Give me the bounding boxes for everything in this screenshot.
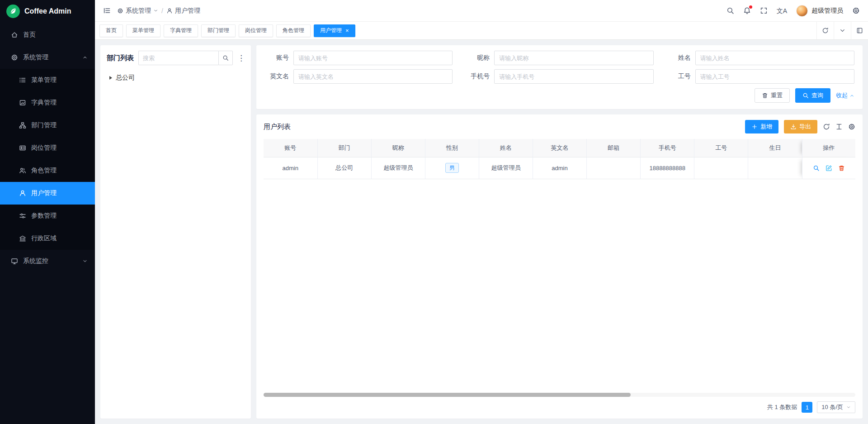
tab-user-management[interactable]: 用户管理 ×: [314, 24, 355, 37]
tree-node-head-office[interactable]: 总公司: [108, 71, 244, 84]
tab-label: 字典管理: [170, 27, 192, 34]
table-empty-area: [264, 179, 855, 390]
app-logo[interactable]: Coffee Admin: [0, 0, 95, 23]
job-number-input[interactable]: [695, 69, 854, 84]
view-user-icon[interactable]: [813, 165, 820, 172]
sidebar-item-role-management[interactable]: 角色管理: [0, 159, 95, 182]
user-icon: [166, 8, 173, 14]
department-more-menu-icon[interactable]: ⋮: [237, 54, 245, 62]
sidebar-item-post-management[interactable]: 岗位管理: [0, 137, 95, 159]
sidebar-item-dict-management[interactable]: 字典管理: [0, 91, 95, 114]
nickname-input[interactable]: [494, 51, 653, 65]
tree-node-label: 总公司: [116, 74, 135, 82]
tab-close-icon[interactable]: ×: [345, 28, 349, 33]
field-label: 账号: [264, 54, 293, 62]
user-menu[interactable]: 超级管理员: [796, 5, 843, 17]
page-size-select[interactable]: 10 条/页: [817, 401, 855, 413]
settings-gear-icon[interactable]: [852, 7, 860, 14]
sidebar-item-param-management[interactable]: 参数管理: [0, 205, 95, 227]
translate-icon[interactable]: 文A: [777, 8, 787, 14]
breadcrumb-separator: /: [161, 7, 163, 14]
english-name-input[interactable]: [293, 69, 453, 84]
reset-button-label: 重置: [771, 91, 783, 100]
department-search-button[interactable]: [218, 51, 233, 65]
sidebar-item-home[interactable]: 首页: [0, 24, 95, 46]
tab-options-chevron-icon[interactable]: [834, 22, 851, 39]
tab-post-management[interactable]: 岗位管理: [239, 24, 273, 37]
field-label: 昵称: [465, 54, 494, 62]
chevron-up-icon: [849, 93, 854, 98]
sidebar-item-menu-management[interactable]: 菜单管理: [0, 69, 95, 91]
pagination-total: 共 1 条数据: [767, 403, 797, 411]
phone-input[interactable]: [494, 69, 653, 84]
sidebar-item-system-management[interactable]: 系统管理: [0, 46, 95, 69]
sidebar-item-user-management[interactable]: 用户管理: [0, 182, 95, 205]
search-icon[interactable]: [726, 7, 734, 14]
tab-menu-management[interactable]: 菜单管理: [126, 24, 160, 37]
reset-button[interactable]: 重置: [755, 88, 790, 103]
user-icon: [19, 190, 26, 197]
sidebar-item-label: 用户管理: [31, 189, 57, 197]
sidebar-collapse-button[interactable]: [103, 7, 111, 14]
field-label: 姓名: [666, 54, 695, 62]
query-button[interactable]: 查询: [795, 88, 830, 103]
search-fields-grid: 账号 昵称 姓名 英文名: [264, 51, 854, 84]
users-table: 账号 部门 昵称 性别 姓名 英文名 邮箱 手机号 工号 生日 操作: [264, 139, 855, 179]
breadcrumb-item-system-management[interactable]: 系统管理: [117, 7, 158, 15]
sidebar-item-label: 系统监控: [23, 257, 48, 265]
column-settings-gear-icon[interactable]: [848, 123, 855, 130]
sidebar-item-admin-region[interactable]: 行政区域: [0, 227, 95, 250]
sidebar-item-dept-management[interactable]: 部门管理: [0, 114, 95, 137]
sidebar-item-system-monitor[interactable]: 系统监控: [0, 250, 95, 272]
sidebar-item-label: 系统管理: [23, 53, 48, 62]
tab-dept-management[interactable]: 部门管理: [201, 24, 236, 37]
table-refresh-icon[interactable]: [823, 123, 830, 130]
table-row[interactable]: admin 总公司 超级管理员 男 超级管理员 admin 1888888888…: [264, 157, 855, 179]
refresh-icon[interactable]: [816, 22, 834, 39]
search-form-actions: 重置 查询 收起: [264, 88, 854, 103]
notification-bell-icon[interactable]: [743, 7, 751, 14]
department-panel-header: 部门列表 ⋮: [107, 51, 245, 65]
tab-bar: 首页 菜单管理 字典管理 部门管理 岗位管理 角色管理 用户管理 ×: [95, 22, 868, 40]
account-input[interactable]: [293, 51, 453, 65]
collapse-form-link[interactable]: 收起: [836, 91, 854, 100]
tab-home[interactable]: 首页: [99, 24, 123, 37]
tab-label: 菜单管理: [132, 27, 154, 34]
collapse-link-label: 收起: [836, 91, 848, 100]
add-user-button[interactable]: 新增: [745, 120, 778, 133]
tree-expand-caret-icon[interactable]: [109, 76, 112, 80]
column-header-birthday: 生日: [748, 139, 802, 157]
department-search-group: [138, 51, 233, 65]
table-header-row: 账号 部门 昵称 性别 姓名 英文名 邮箱 手机号 工号 生日 操作: [264, 139, 855, 157]
query-button-label: 查询: [811, 91, 823, 100]
edit-user-icon[interactable]: [826, 165, 832, 172]
breadcrumb-label: 系统管理: [126, 7, 151, 15]
export-button[interactable]: 导出: [784, 120, 817, 133]
cell-english-name: admin: [533, 157, 586, 179]
sidebar-item-label: 参数管理: [31, 212, 57, 220]
table-density-icon[interactable]: [835, 123, 843, 130]
department-search-input[interactable]: [138, 51, 218, 65]
breadcrumb-item-user-management[interactable]: 用户管理: [166, 7, 200, 15]
tab-dict-management[interactable]: 字典管理: [164, 24, 198, 37]
download-icon: [790, 124, 797, 130]
scrollbar-thumb[interactable]: [264, 393, 631, 397]
name-input[interactable]: [695, 51, 854, 65]
current-username: 超级管理员: [811, 7, 843, 15]
fullscreen-icon[interactable]: [760, 7, 768, 14]
header-actions: 文A 超级管理员: [726, 5, 860, 17]
user-list-header: 用户列表 新增 导出: [264, 120, 855, 133]
sidebar-item-label: 首页: [23, 31, 36, 39]
user-list-actions: 新增 导出: [745, 120, 855, 133]
department-tree: 总公司: [107, 71, 245, 85]
tab-label: 首页: [106, 27, 117, 34]
tab-label: 岗位管理: [245, 27, 267, 34]
page-number-button[interactable]: 1: [802, 402, 812, 413]
field-name: 姓名: [666, 51, 854, 65]
cell-phone: 18888888888: [641, 157, 694, 179]
delete-user-icon[interactable]: [838, 165, 845, 172]
content-fullscreen-icon[interactable]: [851, 22, 868, 39]
cell-department: 总公司: [317, 157, 371, 179]
tab-role-management[interactable]: 角色管理: [276, 24, 311, 37]
sidebar-item-label: 角色管理: [31, 167, 57, 175]
